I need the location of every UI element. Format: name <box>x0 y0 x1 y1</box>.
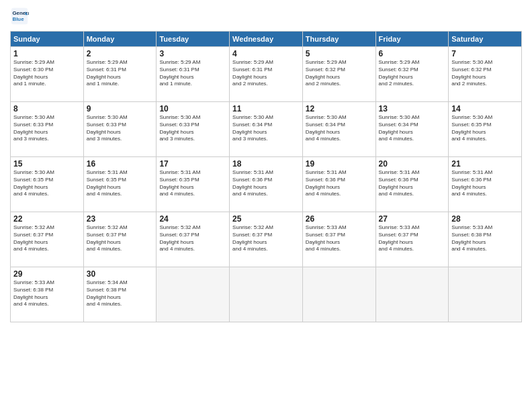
day-number: 10 <box>159 104 226 113</box>
calendar-header-sunday: Sunday <box>11 32 84 47</box>
day-number: 17 <box>159 159 226 169</box>
calendar-cell <box>157 267 230 322</box>
calendar-cell: 5 Sunrise: 5:29 AM Sunset: 6:32 PM Dayli… <box>302 47 375 102</box>
cell-info: Sunrise: 5:32 AM Sunset: 6:37 PM Dayligh… <box>232 224 300 253</box>
calendar-week-5: 29 Sunrise: 5:33 AM Sunset: 6:38 PM Dayl… <box>11 267 522 322</box>
day-number: 1 <box>13 49 81 58</box>
calendar-week-3: 15 Sunrise: 5:30 AM Sunset: 6:35 PM Dayl… <box>11 157 522 212</box>
cell-info: Sunrise: 5:30 AM Sunset: 6:34 PM Dayligh… <box>306 114 373 143</box>
calendar-week-4: 22 Sunrise: 5:32 AM Sunset: 6:37 PM Dayl… <box>11 212 522 267</box>
calendar-cell: 1 Sunrise: 5:29 AM Sunset: 6:30 PM Dayli… <box>11 47 84 102</box>
cell-info: Sunrise: 5:29 AM Sunset: 6:31 PM Dayligh… <box>159 59 226 88</box>
cell-info: Sunrise: 5:30 AM Sunset: 6:32 PM Dayligh… <box>451 59 519 88</box>
day-number: 4 <box>232 49 300 58</box>
calendar-header-tuesday: Tuesday <box>157 32 230 47</box>
cell-info: Sunrise: 5:33 AM Sunset: 6:37 PM Dayligh… <box>379 224 446 253</box>
cell-info: Sunrise: 5:30 AM Sunset: 6:35 PM Dayligh… <box>451 114 519 143</box>
calendar-cell: 11 Sunrise: 5:30 AM Sunset: 6:34 PM Dayl… <box>230 102 303 157</box>
cell-info: Sunrise: 5:31 AM Sunset: 6:36 PM Dayligh… <box>306 169 373 198</box>
cell-info: Sunrise: 5:29 AM Sunset: 6:30 PM Dayligh… <box>13 59 81 88</box>
calendar-cell: 22 Sunrise: 5:32 AM Sunset: 6:37 PM Dayl… <box>11 212 84 267</box>
cell-info: Sunrise: 5:29 AM Sunset: 6:31 PM Dayligh… <box>87 59 154 88</box>
cell-info: Sunrise: 5:33 AM Sunset: 6:38 PM Dayligh… <box>13 279 81 308</box>
calendar-cell: 29 Sunrise: 5:33 AM Sunset: 6:38 PM Dayl… <box>11 267 84 322</box>
cell-info: Sunrise: 5:31 AM Sunset: 6:35 PM Dayligh… <box>87 169 154 198</box>
calendar-cell: 8 Sunrise: 5:30 AM Sunset: 6:33 PM Dayli… <box>11 102 84 157</box>
day-number: 9 <box>87 104 154 113</box>
calendar-cell <box>375 267 449 322</box>
svg-text:Blue: Blue <box>13 16 25 22</box>
cell-info: Sunrise: 5:31 AM Sunset: 6:36 PM Dayligh… <box>379 169 446 198</box>
calendar-cell: 28 Sunrise: 5:33 AM Sunset: 6:38 PM Dayl… <box>449 212 522 267</box>
day-number: 6 <box>379 49 446 58</box>
cell-info: Sunrise: 5:30 AM Sunset: 6:34 PM Dayligh… <box>232 114 300 143</box>
cell-info: Sunrise: 5:30 AM Sunset: 6:33 PM Dayligh… <box>87 114 154 143</box>
calendar-cell: 21 Sunrise: 5:31 AM Sunset: 6:36 PM Dayl… <box>449 157 522 212</box>
calendar-header-thursday: Thursday <box>302 32 375 47</box>
calendar-header-friday: Friday <box>375 32 449 47</box>
calendar-cell: 10 Sunrise: 5:30 AM Sunset: 6:33 PM Dayl… <box>157 102 230 157</box>
logo-icon: General Blue <box>10 7 29 26</box>
day-number: 13 <box>379 104 446 113</box>
cell-info: Sunrise: 5:33 AM Sunset: 6:38 PM Dayligh… <box>451 224 519 253</box>
calendar-cell: 17 Sunrise: 5:31 AM Sunset: 6:35 PM Dayl… <box>157 157 230 212</box>
cell-info: Sunrise: 5:31 AM Sunset: 6:36 PM Dayligh… <box>451 169 519 198</box>
logo: General Blue <box>10 7 32 26</box>
cell-info: Sunrise: 5:31 AM Sunset: 6:35 PM Dayligh… <box>159 169 226 198</box>
calendar-header-row: SundayMondayTuesdayWednesdayThursdayFrid… <box>11 32 522 47</box>
day-number: 30 <box>87 269 154 279</box>
day-number: 7 <box>451 49 519 58</box>
calendar-cell: 23 Sunrise: 5:32 AM Sunset: 6:37 PM Dayl… <box>83 212 157 267</box>
calendar-cell <box>302 267 375 322</box>
calendar-cell: 20 Sunrise: 5:31 AM Sunset: 6:36 PM Dayl… <box>375 157 449 212</box>
calendar-table: SundayMondayTuesdayWednesdayThursdayFrid… <box>10 31 522 322</box>
day-number: 3 <box>159 49 226 58</box>
calendar-cell: 16 Sunrise: 5:31 AM Sunset: 6:35 PM Dayl… <box>83 157 157 212</box>
day-number: 28 <box>451 214 519 224</box>
cell-info: Sunrise: 5:32 AM Sunset: 6:37 PM Dayligh… <box>13 224 81 253</box>
cell-info: Sunrise: 5:31 AM Sunset: 6:36 PM Dayligh… <box>232 169 300 198</box>
calendar-cell: 14 Sunrise: 5:30 AM Sunset: 6:35 PM Dayl… <box>449 102 522 157</box>
calendar-header-saturday: Saturday <box>449 32 522 47</box>
calendar-cell <box>449 267 522 322</box>
calendar-cell: 9 Sunrise: 5:30 AM Sunset: 6:33 PM Dayli… <box>83 102 157 157</box>
day-number: 2 <box>87 49 154 58</box>
calendar-cell: 6 Sunrise: 5:29 AM Sunset: 6:32 PM Dayli… <box>375 47 449 102</box>
calendar-cell: 25 Sunrise: 5:32 AM Sunset: 6:37 PM Dayl… <box>230 212 303 267</box>
calendar-cell: 4 Sunrise: 5:29 AM Sunset: 6:31 PM Dayli… <box>230 47 303 102</box>
day-number: 5 <box>306 49 373 58</box>
cell-info: Sunrise: 5:30 AM Sunset: 6:35 PM Dayligh… <box>13 169 81 198</box>
cell-info: Sunrise: 5:29 AM Sunset: 6:31 PM Dayligh… <box>232 59 300 88</box>
calendar-cell: 19 Sunrise: 5:31 AM Sunset: 6:36 PM Dayl… <box>302 157 375 212</box>
calendar-cell: 30 Sunrise: 5:34 AM Sunset: 6:38 PM Dayl… <box>83 267 157 322</box>
cell-info: Sunrise: 5:32 AM Sunset: 6:37 PM Dayligh… <box>87 224 154 253</box>
calendar-cell: 2 Sunrise: 5:29 AM Sunset: 6:31 PM Dayli… <box>83 47 157 102</box>
calendar-cell: 3 Sunrise: 5:29 AM Sunset: 6:31 PM Dayli… <box>157 47 230 102</box>
calendar-cell: 13 Sunrise: 5:30 AM Sunset: 6:34 PM Dayl… <box>375 102 449 157</box>
day-number: 22 <box>13 214 81 224</box>
day-number: 14 <box>451 104 519 113</box>
day-number: 18 <box>232 159 300 169</box>
day-number: 16 <box>87 159 154 169</box>
day-number: 26 <box>306 214 373 224</box>
cell-info: Sunrise: 5:34 AM Sunset: 6:38 PM Dayligh… <box>87 279 154 308</box>
calendar-cell <box>230 267 303 322</box>
day-number: 8 <box>13 104 81 113</box>
header: General Blue <box>10 7 522 26</box>
day-number: 20 <box>379 159 446 169</box>
calendar-week-1: 1 Sunrise: 5:29 AM Sunset: 6:30 PM Dayli… <box>11 47 522 102</box>
calendar-cell: 27 Sunrise: 5:33 AM Sunset: 6:37 PM Dayl… <box>375 212 449 267</box>
day-number: 15 <box>13 159 81 169</box>
cell-info: Sunrise: 5:32 AM Sunset: 6:37 PM Dayligh… <box>159 224 226 253</box>
day-number: 21 <box>451 159 519 169</box>
page: General Blue SundayMondayTuesdayWednesda… <box>0 0 532 411</box>
calendar-cell: 12 Sunrise: 5:30 AM Sunset: 6:34 PM Dayl… <box>302 102 375 157</box>
day-number: 24 <box>159 214 226 224</box>
day-number: 25 <box>232 214 300 224</box>
day-number: 11 <box>232 104 300 113</box>
cell-info: Sunrise: 5:30 AM Sunset: 6:33 PM Dayligh… <box>159 114 226 143</box>
calendar-header-monday: Monday <box>83 32 157 47</box>
calendar-cell: 18 Sunrise: 5:31 AM Sunset: 6:36 PM Dayl… <box>230 157 303 212</box>
day-number: 29 <box>13 269 81 279</box>
calendar-cell: 24 Sunrise: 5:32 AM Sunset: 6:37 PM Dayl… <box>157 212 230 267</box>
